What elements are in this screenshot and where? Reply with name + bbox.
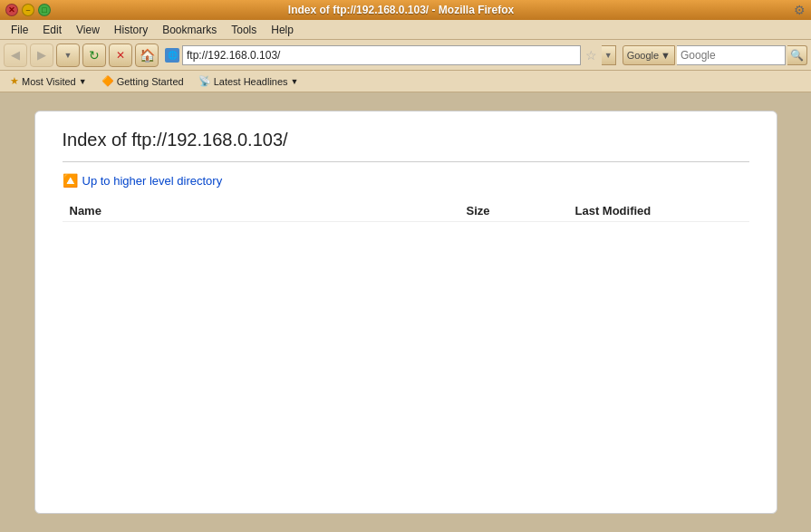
menu-bar: File Edit View History Bookmarks Tools H… <box>0 20 811 40</box>
search-input[interactable] <box>677 45 786 65</box>
bookmark-star-icon[interactable]: ☆ <box>584 48 599 63</box>
reload-button[interactable]: ↻ <box>82 44 106 67</box>
title-bar-right: ⚙ <box>751 3 806 17</box>
col-name: Name <box>63 200 459 222</box>
history-dropdown-button[interactable]: ▼ <box>56 44 80 67</box>
search-go-button[interactable]: 🔍 <box>787 45 807 65</box>
home-button[interactable]: 🏠 <box>135 44 159 67</box>
latest-headlines-arrow-icon: ▼ <box>291 77 299 86</box>
getting-started-label: Getting Started <box>117 76 184 87</box>
ftp-table: Name Size Last Modified <box>63 200 749 222</box>
address-dropdown-button[interactable]: ▼ <box>602 45 616 65</box>
ftp-up-link[interactable]: 🔼 Up to higher level directory <box>63 173 749 188</box>
window-controls: ✕ – □ <box>5 4 51 16</box>
window-title: Index of ftp://192.168.0.103/ - Mozilla … <box>51 4 751 16</box>
up-directory-icon: 🔼 <box>63 173 78 188</box>
minimize-button[interactable]: – <box>22 4 34 16</box>
menu-history[interactable]: History <box>107 22 155 38</box>
latest-headlines-icon: 📡 <box>198 75 211 87</box>
up-link-label: Up to higher level directory <box>82 174 223 188</box>
page-content: Index of ftp://192.168.0.103/ 🔼 Up to hi… <box>0 92 811 532</box>
title-bar: ✕ – □ Index of ftp://192.168.0.103/ - Mo… <box>0 0 811 20</box>
address-input[interactable] <box>182 45 581 65</box>
most-visited-arrow-icon: ▼ <box>79 77 87 86</box>
latest-headlines-label: Latest Headlines <box>214 76 288 87</box>
menu-edit[interactable]: Edit <box>35 22 69 38</box>
maximize-button[interactable]: □ <box>38 4 51 16</box>
bookmark-getting-started[interactable]: 🔶 Getting Started <box>97 73 188 89</box>
col-size: Size <box>459 200 568 222</box>
stop-button[interactable]: ✕ <box>109 44 132 67</box>
ftp-title: Index of ftp://192.168.0.103/ <box>63 130 749 150</box>
search-wrapper: Google ▼ 🔍 <box>623 45 807 65</box>
getting-started-icon: 🔶 <box>101 75 114 87</box>
bookmark-most-visited[interactable]: ★ Most Visited ▼ <box>5 73 92 89</box>
menu-view[interactable]: View <box>69 22 107 38</box>
forward-button[interactable]: ▶ <box>30 44 53 67</box>
address-bar-wrapper: 🌐 ☆ ▼ <box>165 45 616 65</box>
close-button[interactable]: ✕ <box>5 4 18 16</box>
settings-icon[interactable]: ⚙ <box>794 3 806 17</box>
search-engine-label: Google <box>627 50 659 61</box>
ftp-container: Index of ftp://192.168.0.103/ 🔼 Up to hi… <box>34 111 777 514</box>
ftp-table-header: Name Size Last Modified <box>63 200 749 222</box>
search-engine-button[interactable]: Google ▼ <box>623 45 675 65</box>
menu-help[interactable]: Help <box>264 22 301 38</box>
nav-bar: ◀ ▶ ▼ ↻ ✕ 🏠 🌐 ☆ ▼ Google ▼ 🔍 <box>0 40 811 71</box>
col-last-modified: Last Modified <box>568 200 749 222</box>
most-visited-icon: ★ <box>10 75 19 87</box>
back-button[interactable]: ◀ <box>4 44 27 67</box>
search-engine-arrow-icon: ▼ <box>661 50 671 61</box>
menu-bookmarks[interactable]: Bookmarks <box>155 22 224 38</box>
bookmarks-bar: ★ Most Visited ▼ 🔶 Getting Started 📡 Lat… <box>0 71 811 92</box>
ftp-header-row: Name Size Last Modified <box>63 200 749 222</box>
ftp-divider <box>63 161 749 162</box>
address-icon: 🌐 <box>165 48 179 63</box>
most-visited-label: Most Visited <box>22 76 76 87</box>
menu-tools[interactable]: Tools <box>224 22 264 38</box>
bookmark-latest-headlines[interactable]: 📡 Latest Headlines ▼ <box>194 73 304 89</box>
menu-file[interactable]: File <box>4 22 35 38</box>
